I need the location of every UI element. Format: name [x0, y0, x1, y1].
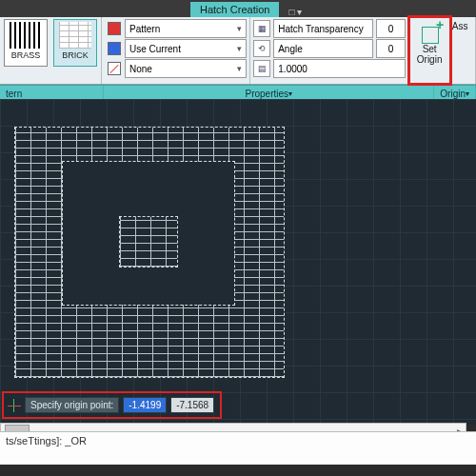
origin-prompt-label: Specify origin point:: [25, 397, 119, 413]
bg-dropdown[interactable]: None: [125, 59, 247, 78]
status-bar: [0, 465, 476, 476]
brass-icon: [10, 22, 42, 49]
set-origin-label-2: Origin: [417, 54, 443, 65]
scale-icon: ▤: [253, 60, 270, 77]
origin-prompt-callout: Specify origin point: -1.4199 -7.1568: [2, 391, 222, 419]
group-properties: Pattern Use Current None: [102, 17, 250, 84]
ucs-icon: [8, 399, 21, 412]
transparency-icon: ▦: [253, 20, 270, 37]
set-origin-icon: [416, 21, 443, 42]
origin-y-input[interactable]: -7.1568: [170, 397, 214, 413]
command-line[interactable]: ts/seTtings]: _OR: [0, 431, 476, 465]
brick-icon: [59, 22, 91, 49]
bg-none-icon: [108, 62, 121, 75]
color-dropdown[interactable]: Use Current: [125, 39, 247, 58]
ribbon-tabstrip: Hatch Creation □ ▾: [0, 0, 476, 17]
angle-value[interactable]: 0: [376, 39, 407, 58]
hatch-inner[interactable]: [120, 217, 177, 267]
angle-icon: ⟲: [253, 40, 270, 57]
group-associative-cut[interactable]: Ass: [450, 17, 476, 84]
color-icon: [108, 42, 121, 55]
group-numeric: ▦ Hatch Transparency 0 ⟲ Angle 0 ▤ 1.000…: [250, 17, 409, 84]
swatch-brass[interactable]: BRASS: [4, 19, 48, 67]
scale-value[interactable]: 1.0000: [273, 59, 406, 78]
swatch-brick[interactable]: BRICK: [53, 19, 97, 67]
set-origin-label-1: Set: [423, 44, 437, 54]
group-pattern: BRASS BRICK: [0, 17, 102, 84]
drawing-canvas[interactable]: Specify origin point: -1.4199 -7.1568: [0, 99, 476, 425]
pattern-type-icon: [108, 22, 121, 35]
origin-x-input[interactable]: -1.4199: [123, 397, 167, 413]
ribbon: BRASS BRICK Pattern Use Current None ▦ H…: [0, 17, 476, 85]
pattern-type-dropdown[interactable]: Pattern: [125, 19, 247, 38]
ribbon-overflow[interactable]: □ ▾: [288, 7, 302, 17]
transparency-label: Hatch Transparency: [273, 19, 373, 38]
angle-label: Angle: [273, 39, 373, 58]
transparency-value[interactable]: 0: [376, 19, 407, 38]
tab-hatch-creation[interactable]: Hatch Creation: [190, 2, 279, 17]
set-origin-button[interactable]: Set Origin: [409, 17, 449, 84]
swatch-brass-label: BRASS: [11, 50, 41, 60]
swatch-brick-label: BRICK: [62, 50, 89, 60]
